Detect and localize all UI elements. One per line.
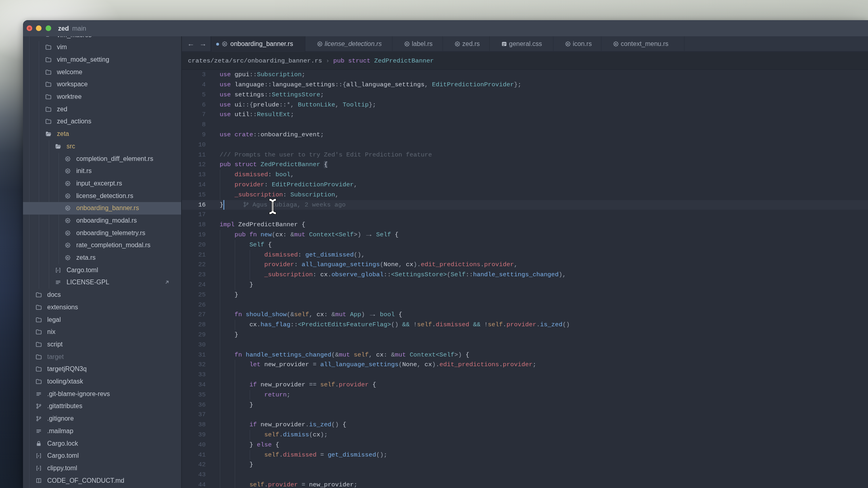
svg-text:R: R <box>67 219 69 223</box>
svg-text:R: R <box>67 194 69 198</box>
svg-text:R: R <box>67 157 69 161</box>
svg-text:R: R <box>67 206 69 210</box>
svg-text:R: R <box>615 42 617 46</box>
svg-text:r: r <box>38 467 40 470</box>
svg-text:R: R <box>406 42 408 46</box>
svg-text:R: R <box>567 42 569 46</box>
svg-text:r: r <box>57 269 59 272</box>
svg-text:R: R <box>319 42 321 46</box>
svg-text:R: R <box>67 169 69 173</box>
svg-text:R: R <box>456 42 459 46</box>
svg-text:r: r <box>38 455 40 458</box>
svg-text:R: R <box>67 256 69 260</box>
svg-text:R: R <box>67 244 69 247</box>
svg-text:R: R <box>67 231 69 235</box>
svg-text:R: R <box>223 42 226 46</box>
svg-text:R: R <box>67 182 69 186</box>
